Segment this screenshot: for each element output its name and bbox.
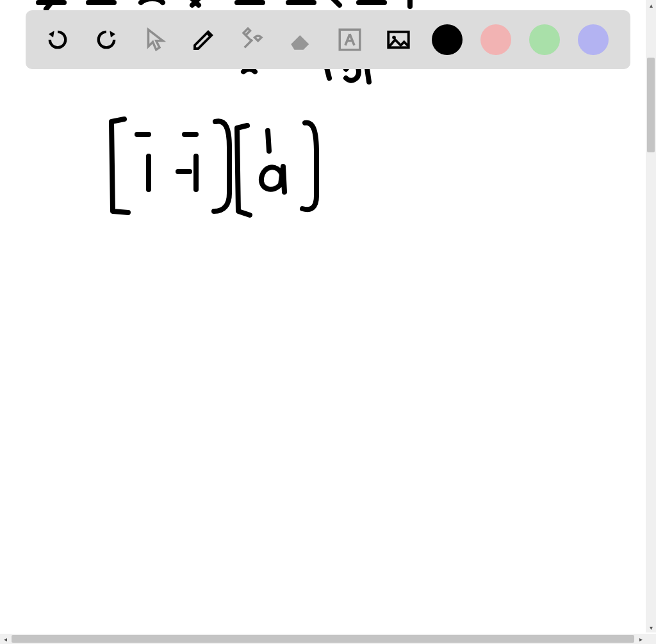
scrollbar-corner <box>646 634 656 644</box>
vertical-scroll-thumb[interactable] <box>647 58 655 152</box>
color-black[interactable] <box>432 24 463 55</box>
image-icon <box>385 26 412 53</box>
undo-icon <box>44 26 71 53</box>
eraser-icon <box>288 26 315 53</box>
horizontal-scrollbar[interactable]: ◂ ▸ <box>0 634 646 644</box>
scroll-right-arrow[interactable]: ▸ <box>636 634 646 644</box>
image-tool-button[interactable] <box>383 24 414 55</box>
text-tool-button[interactable] <box>334 24 365 55</box>
drawing-canvas[interactable] <box>0 0 646 632</box>
pointer-tool-button[interactable] <box>140 24 170 55</box>
scroll-down-arrow[interactable]: ▾ <box>646 622 656 632</box>
text-icon <box>336 26 363 53</box>
redo-button[interactable] <box>91 24 122 55</box>
horizontal-scroll-thumb[interactable] <box>12 635 634 643</box>
scroll-up-arrow[interactable]: ▴ <box>646 0 656 10</box>
color-pink[interactable] <box>480 24 511 55</box>
vertical-scrollbar[interactable]: ▴ ▾ <box>646 0 656 632</box>
pointer-icon <box>142 26 168 53</box>
undo-button[interactable] <box>42 24 73 55</box>
scroll-left-arrow[interactable]: ◂ <box>0 634 10 644</box>
tools-icon <box>239 26 266 53</box>
redo-icon <box>93 26 120 53</box>
toolbar <box>26 10 630 69</box>
settings-tool-button[interactable] <box>237 24 268 55</box>
pen-icon <box>190 26 217 53</box>
handwriting-strokes <box>0 0 646 632</box>
color-green[interactable] <box>529 24 560 55</box>
eraser-tool-button[interactable] <box>286 24 316 55</box>
pen-tool-button[interactable] <box>188 24 219 55</box>
color-purple[interactable] <box>578 24 609 55</box>
